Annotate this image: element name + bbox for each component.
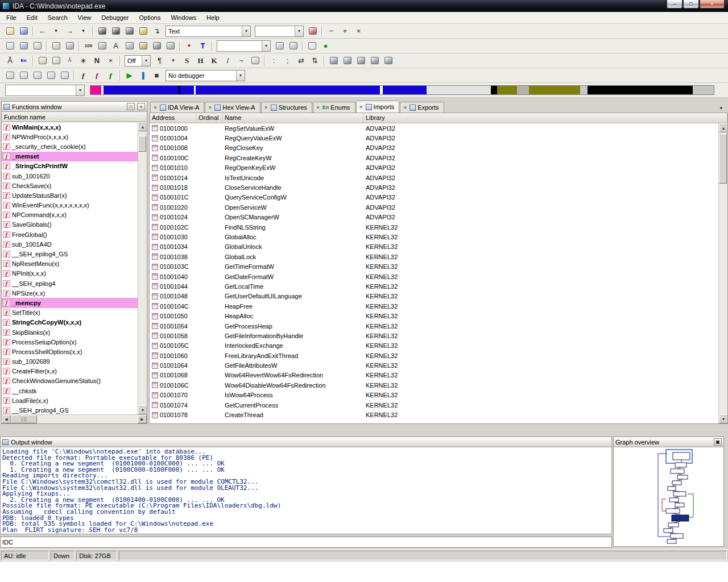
- function-list-item[interactable]: f_security_check_cookie(x): [2, 142, 138, 151]
- search-type-combo[interactable]: Text▾: [166, 26, 251, 37]
- tab-list-dropdown-icon[interactable]: ▼: [717, 103, 726, 113]
- hscroll-track[interactable]: [37, 415, 138, 423]
- tab-enums[interactable]: ×EnEnums: [313, 102, 355, 113]
- names-window-icon[interactable]: [31, 40, 44, 52]
- imports-table-row[interactable]: 01001004RegQueryValueExWADVAPI32: [150, 133, 718, 143]
- align-icon-2[interactable]: [341, 55, 354, 66]
- menu-debugger[interactable]: Debugger: [96, 13, 134, 23]
- highlight-brush-icon[interactable]: [306, 25, 319, 37]
- tab-structures[interactable]: ×Structures: [261, 102, 312, 113]
- semicolon-icon[interactable]: ;: [281, 55, 294, 66]
- imports-vertical-scrollbar[interactable]: ▲ ▼: [718, 123, 727, 423]
- struct-offset-icon[interactable]: S: [180, 55, 193, 66]
- font-icon[interactable]: A: [109, 40, 122, 52]
- function-list-item[interactable]: f_StringCchPrintfW: [2, 161, 138, 171]
- function-tails-icon[interactable]: ƒ: [104, 69, 117, 81]
- flashlight-icon[interactable]: [136, 25, 150, 37]
- window-icon-5[interactable]: [58, 69, 71, 81]
- float-panel-button[interactable]: □: [127, 103, 135, 110]
- function-list-item[interactable]: fCheckSave(x): [2, 181, 138, 190]
- panel-menu-button[interactable]: ▣: [714, 438, 722, 446]
- chevron-down-icon[interactable]: ▾: [262, 41, 270, 51]
- function-list-item[interactable]: fsub_1002689: [2, 357, 138, 367]
- imports-table-row[interactable]: 01001070IsWow64ProcessKERNEL32: [150, 390, 718, 400]
- function-list-item[interactable]: f__SEH_epilog4_GS: [2, 249, 138, 259]
- debug-pause-icon[interactable]: ∥: [136, 69, 150, 81]
- function-list-item[interactable]: fWinMain(x,x,x,x): [2, 122, 138, 132]
- paragraph-icon[interactable]: ¶: [153, 55, 166, 66]
- scroll-up-icon[interactable]: ▲: [138, 122, 147, 131]
- command-line[interactable]: IDC: [0, 537, 612, 548]
- navband-combo[interactable]: ▾: [5, 85, 85, 96]
- text-color-icon[interactable]: T: [196, 40, 209, 52]
- remove-icon[interactable]: −: [325, 25, 338, 37]
- name-icon[interactable]: N: [90, 55, 104, 66]
- edit-function-icon[interactable]: ƒ: [90, 69, 104, 81]
- tab-hex-view-a[interactable]: ×Hex View-A: [205, 102, 260, 113]
- imports-table-row[interactable]: 01001050HeapAllocKERNEL32: [150, 311, 718, 321]
- link-icon[interactable]: [136, 40, 150, 52]
- notes-icon[interactable]: [305, 40, 318, 52]
- imports-table-row[interactable]: 01001064GetFileAttributesWKERNEL32: [150, 360, 718, 370]
- menu-options[interactable]: Options: [134, 13, 166, 23]
- function-list-item[interactable]: fLoadFile(x,x): [2, 396, 138, 405]
- chevron-down-icon[interactable]: ▾: [142, 56, 150, 66]
- imports-table-row[interactable]: 0100102CFindNLSStringKERNEL32: [150, 222, 718, 232]
- string-literal-icon[interactable]: Å: [63, 55, 76, 66]
- function-list-item[interactable]: f__SEH_epilog4: [2, 278, 138, 288]
- undefine-icon[interactable]: ×: [104, 55, 117, 66]
- function-list-item[interactable]: fCreateFilter(x,x): [2, 367, 138, 376]
- imports-table-row[interactable]: 01001054GetProcessHeapKERNEL32: [150, 321, 718, 331]
- debugger-combo[interactable]: No debugger▾: [166, 70, 245, 81]
- search-next-icon[interactable]: [109, 25, 122, 37]
- search-value-combo[interactable]: ▾: [255, 26, 304, 37]
- imports-table-row[interactable]: 01001044GetLocalTimeKERNEL32: [150, 281, 718, 291]
- imports-table-row[interactable]: 01001048GetUserDefaultUILanguageKERNEL32: [150, 292, 718, 301]
- chevron-down-icon[interactable]: ▾: [295, 26, 303, 36]
- imports-table-row[interactable]: 01001038GlobalLockKERNEL32: [150, 252, 718, 261]
- encoding-icon[interactable]: En: [17, 55, 30, 66]
- imports-table-row[interactable]: 0100104CHeapFreeKERNEL32: [150, 301, 718, 311]
- imports-table-row[interactable]: 01001030GlobalAllocKERNEL32: [150, 232, 718, 242]
- imports-table-row[interactable]: 01001060FreeLibraryAndExitThreadKERNEL32: [150, 351, 718, 360]
- xrefs-to-icon[interactable]: [287, 40, 300, 52]
- hex-view-icon[interactable]: [17, 40, 30, 52]
- imports-table-row[interactable]: 0100103CGetTimeFormatWKERNEL32: [150, 261, 718, 271]
- menu-file[interactable]: File: [1, 13, 22, 23]
- crop-icon[interactable]: [96, 40, 109, 52]
- printer-icon[interactable]: [123, 40, 136, 52]
- tab-imports[interactable]: ×Imports: [356, 101, 400, 113]
- paragraph-dropdown-icon[interactable]: ▾: [167, 55, 180, 66]
- imports-table-row[interactable]: 01001014IsTextUnicodeADVAPI32: [150, 173, 718, 182]
- make-code-icon[interactable]: [36, 55, 49, 66]
- close-icon[interactable]: ×: [402, 105, 408, 111]
- calculator-icon[interactable]: [164, 40, 177, 52]
- minimize-button[interactable]: –: [667, 0, 682, 9]
- window-icon-3[interactable]: [31, 69, 44, 81]
- function-list-item[interactable]: fFreeGlobal(): [2, 230, 138, 239]
- function-list-item[interactable]: fNpResetMenu(x): [2, 259, 138, 269]
- close-icon[interactable]: ×: [315, 105, 321, 111]
- function-list-item[interactable]: fNPCommand(x,x,x): [2, 210, 138, 220]
- add-icon[interactable]: +: [338, 25, 351, 37]
- functions-vertical-scrollbar[interactable]: ▲ ▼: [138, 122, 147, 414]
- imports-table-row[interactable]: 0100101CQueryServiceConfigWADVAPI32: [150, 193, 718, 202]
- jump-target-combo[interactable]: ▾: [217, 40, 271, 52]
- char-icon[interactable]: ~: [235, 55, 248, 66]
- function-list-item[interactable]: fNPSize(x,x): [2, 288, 138, 298]
- swap-operands-icon[interactable]: ⇄: [295, 55, 308, 66]
- imports-table-row[interactable]: 01001058GetFileInformationByHandleKERNEL…: [150, 331, 718, 340]
- close-icon[interactable]: ×: [152, 105, 158, 111]
- debug-run-icon[interactable]: ▶: [123, 69, 136, 81]
- close-button[interactable]: ×: [700, 0, 725, 9]
- align-icon-5[interactable]: [382, 55, 395, 66]
- search-binoculars-icon[interactable]: [96, 25, 109, 37]
- align-icon-1[interactable]: [327, 55, 340, 66]
- function-list-item[interactable]: fStringCchCopyW(x,x,x): [2, 318, 138, 327]
- search-text-icon[interactable]: [123, 25, 136, 37]
- close-icon[interactable]: ×: [263, 105, 269, 111]
- function-list-item[interactable]: fUpdateStatusBar(x): [2, 190, 138, 200]
- scroll-thumb[interactable]: [719, 134, 727, 184]
- menu-help[interactable]: Help: [201, 13, 225, 23]
- array-icon[interactable]: ∗: [77, 55, 90, 66]
